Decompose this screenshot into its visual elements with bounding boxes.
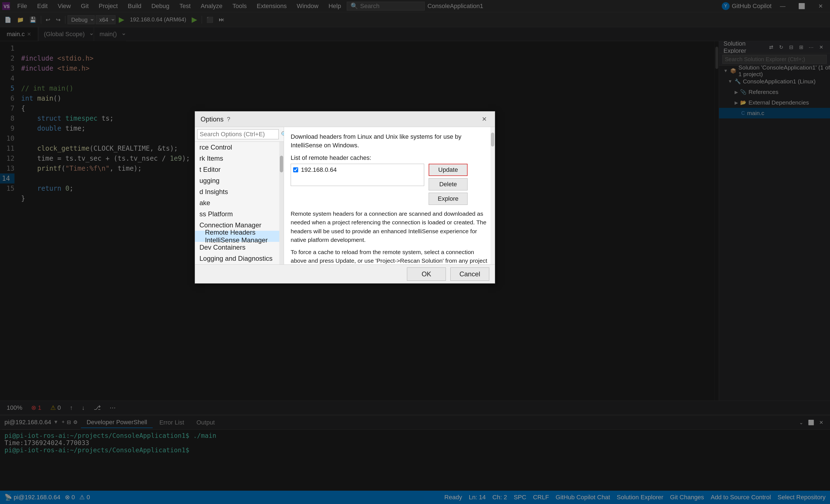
dialog-help-button[interactable]: ? — [224, 114, 234, 124]
ok-button[interactable]: OK — [407, 267, 446, 281]
dialog-footer: OK Cancel — [195, 264, 495, 283]
dlg-item-remote-explorer[interactable]: Remote File Explorer — [195, 264, 279, 264]
dlg-item-remote-headers[interactable]: Remote Headers IntelliSense Manager — [195, 231, 279, 242]
cache-item-1: 192.168.0.64 — [293, 166, 422, 173]
dialog-tree: rce Control rk Items t Editor ugging — [195, 142, 284, 264]
dlg-item-label-10: Logging and Diagnostics — [199, 255, 273, 262]
delete-button[interactable]: Delete — [428, 178, 468, 191]
dialog-right-title: Download headers from Linux and Unix lik… — [291, 133, 488, 150]
dlg-item-label-9: Dev Containers — [199, 243, 245, 251]
dlg-item-label-2: t Editor — [199, 166, 221, 173]
options-dialog: Options ? ✕ 🔍 rce Control — [195, 111, 495, 283]
dlg-item-label-4: d Insights — [199, 188, 228, 196]
dlg-scrollbar-thumb — [280, 156, 283, 172]
dialog-desc-1: Remote system headers for a connection a… — [291, 209, 488, 244]
update-button[interactable]: Update — [428, 164, 468, 176]
cache-buttons: Update Delete Explore — [428, 164, 468, 205]
dlg-item-t-editor[interactable]: t Editor — [195, 164, 279, 175]
dlg-item-rk-items[interactable]: rk Items — [195, 153, 279, 164]
dialog-title: Options — [200, 115, 224, 123]
cache-checkbox-1[interactable] — [293, 167, 298, 172]
dlg-item-label-5: ake — [199, 199, 210, 207]
dialog-overlay: Options ? ✕ 🔍 rce Control — [0, 0, 830, 504]
dialog-body: 🔍 rce Control rk Items t Editor — [195, 127, 495, 264]
dlg-item-label-3: ugging — [199, 177, 220, 184]
cancel-button[interactable]: Cancel — [450, 267, 489, 281]
dlg-item-label-6: ss Platform — [199, 210, 233, 218]
dialog-title-bar: Options ? ✕ — [195, 111, 495, 127]
cache-ip-label: 192.168.0.64 — [301, 166, 337, 173]
dialog-right-panel: Download headers from Linux and Unix lik… — [284, 127, 495, 264]
dlg-item-ss-platform[interactable]: ss Platform — [195, 208, 279, 220]
explore-button[interactable]: Explore — [428, 193, 468, 205]
list-label: List of remote header caches: — [291, 154, 488, 162]
dlg-item-logging[interactable]: Logging and Diagnostics — [195, 253, 279, 264]
dlg-item-label-8: Remote Headers IntelliSense Manager — [205, 229, 279, 244]
dlg-scrollbar-track[interactable] — [279, 142, 284, 264]
dlg-item-d-insights[interactable]: d Insights — [195, 186, 279, 197]
dialog-left-panel: 🔍 rce Control rk Items t Editor — [195, 127, 284, 264]
dialog-tree-container: rce Control rk Items t Editor ugging — [195, 142, 284, 264]
dlg-item-label-7: Connection Manager — [199, 221, 261, 229]
dialog-right-scrollbar[interactable] — [490, 127, 495, 264]
dlg-item-label-0: rce Control — [199, 143, 232, 151]
cache-list: 192.168.0.64 — [291, 164, 424, 186]
dialog-close-button[interactable]: ✕ — [479, 114, 489, 124]
dlg-item-label-1: rk Items — [199, 155, 223, 162]
dlg-item-ake[interactable]: ake — [195, 197, 279, 208]
dialog-right-thumb — [491, 133, 494, 146]
cache-section: 192.168.0.64 Update Delete Explore — [291, 164, 488, 205]
dialog-search-input[interactable] — [197, 129, 279, 139]
dialog-desc-2: To force a cache to reload from the remo… — [291, 248, 488, 264]
dlg-item-rce-control[interactable]: rce Control — [195, 142, 279, 153]
dialog-search-area: 🔍 — [195, 127, 284, 142]
dlg-item-ugging[interactable]: ugging — [195, 175, 279, 186]
